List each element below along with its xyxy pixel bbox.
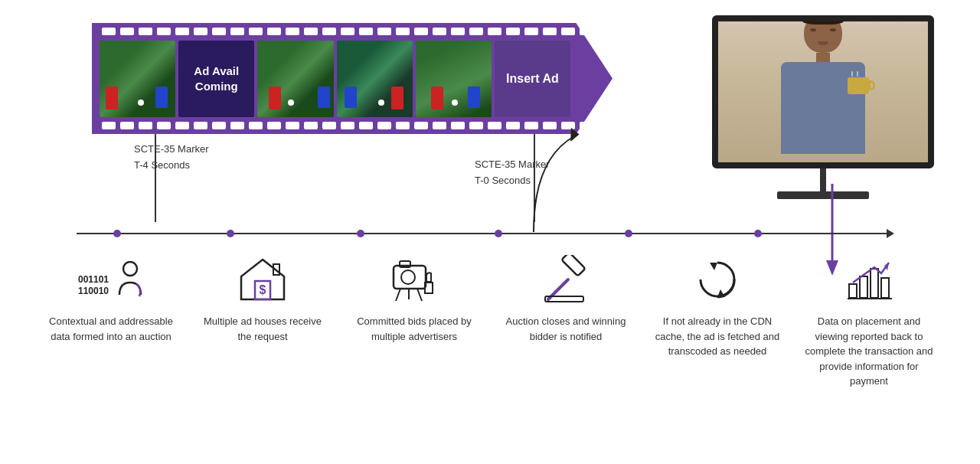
monitor-base: [777, 191, 869, 199]
film-dash: [414, 122, 428, 129]
svg-rect-22: [860, 276, 867, 298]
film-dash: [249, 28, 263, 35]
film-dash: [359, 122, 373, 129]
film-dash: [322, 122, 336, 129]
film-dash: [212, 28, 226, 35]
film-dash: [635, 28, 648, 35]
film-dash: [139, 122, 152, 129]
step-1-icon: 001101 110010: [84, 253, 138, 306]
ad-avail-label: Ad Avail Coming: [178, 64, 254, 93]
film-dash: [304, 122, 318, 129]
film-frame-5: [416, 41, 492, 117]
film-dash: [267, 28, 281, 35]
step-2: $ Multiple ad houses receive the request: [198, 253, 328, 389]
binary-line-1: 001101: [78, 274, 109, 286]
timeline-dot-3: [357, 230, 364, 237]
timeline-dot-1: [113, 230, 121, 237]
svg-rect-9: [394, 266, 426, 289]
scte-left-subtitle: T-4 Seconds: [134, 158, 209, 174]
film-dash: [506, 28, 520, 35]
svg-text:$: $: [259, 283, 266, 296]
insert-ad-label: Insert Ad: [506, 72, 559, 86]
film-dash: [286, 122, 299, 129]
film-dash: [341, 122, 354, 129]
gavel-icon: [539, 255, 593, 305]
timeline-arrow: [887, 229, 894, 238]
film-dash: [120, 122, 134, 129]
film-dash: [175, 28, 189, 35]
film-frame-4: [337, 41, 413, 117]
timeline-dot-5: [625, 230, 632, 237]
film-dash: [230, 28, 244, 35]
film-dash: [543, 28, 557, 35]
step-3: Committed bids placed by multiple advert…: [349, 253, 479, 389]
film-dash: [451, 28, 465, 35]
timeline-dot-2: [227, 230, 234, 237]
film-dash: [396, 28, 410, 35]
film-dashes-top: [96, 26, 574, 37]
film-dash: [433, 122, 446, 129]
timeline: [77, 226, 888, 241]
film-dash: [286, 28, 299, 35]
film-dash: [396, 122, 410, 129]
film-dash: [616, 28, 630, 35]
film-frames: Ad Avail Coming: [100, 38, 570, 119]
timeline-line: [77, 233, 888, 234]
film-dash: [414, 28, 428, 35]
step-3-icon: [387, 253, 441, 306]
scte-marker-left: SCTE-35 Marker T-4 Seconds: [134, 142, 209, 174]
film-dash: [120, 28, 134, 35]
film-dash: [561, 28, 575, 35]
film-frame-insert-ad: Insert Ad: [495, 41, 570, 117]
film-dash: [230, 122, 244, 129]
film-frame-1: [100, 41, 175, 117]
svg-rect-23: [871, 269, 878, 298]
film-dash: [433, 28, 446, 35]
step-5-text: If not already in the CDN cache, the ad …: [652, 314, 782, 359]
step-1-text: Contextual and addressable data formed i…: [46, 314, 176, 344]
curved-arrow: [459, 113, 582, 236]
film-dash: [139, 28, 152, 35]
film-dash: [194, 28, 207, 35]
binary-line-2: 110010: [78, 286, 109, 298]
step-6-text: Data on placement and viewing reported b…: [804, 314, 934, 389]
svg-marker-20: [717, 289, 725, 297]
film-dash: [524, 28, 538, 35]
film-dash: [212, 122, 226, 129]
step-2-icon: $: [236, 253, 289, 306]
film-dash: [249, 122, 263, 129]
film-dash: [341, 28, 354, 35]
film-dash: [102, 122, 116, 129]
svg-point-10: [401, 270, 415, 284]
svg-marker-19: [710, 263, 717, 270]
svg-line-12: [396, 289, 400, 301]
step-5: If not already in the CDN cache, the ad …: [652, 253, 782, 389]
film-dash: [359, 28, 373, 35]
step-1: 001101 110010 Contextual and addressable…: [46, 253, 176, 389]
film-dash: [157, 122, 171, 129]
svg-point-3: [123, 262, 137, 276]
monitor: [712, 15, 934, 199]
film-dash: [598, 122, 612, 129]
film-dash: [635, 122, 648, 129]
film-dash: [488, 28, 501, 35]
chart-icon: [844, 255, 894, 305]
person-icon: [116, 261, 144, 298]
svg-line-13: [417, 289, 422, 301]
step-3-text: Committed bids placed by multiple advert…: [349, 314, 479, 344]
step-4-text: Auction closes and winning bidder is not…: [501, 314, 631, 344]
step-5-icon: [691, 253, 744, 306]
step-4-icon: [539, 253, 593, 306]
svg-rect-24: [881, 278, 889, 298]
steps-container: 001101 110010 Contextual and addressable…: [46, 253, 934, 389]
film-frame-3: [257, 41, 333, 117]
film-dash: [267, 122, 281, 129]
step-6: Data on placement and viewing reported b…: [804, 253, 934, 389]
scte-left-title: SCTE-35 Marker: [134, 142, 209, 158]
film-dash: [469, 28, 483, 35]
monitor-image: [718, 21, 928, 162]
film-dash: [616, 122, 630, 129]
film-dash: [377, 122, 391, 129]
film-dash: [157, 28, 171, 35]
svg-rect-16: [561, 255, 585, 276]
